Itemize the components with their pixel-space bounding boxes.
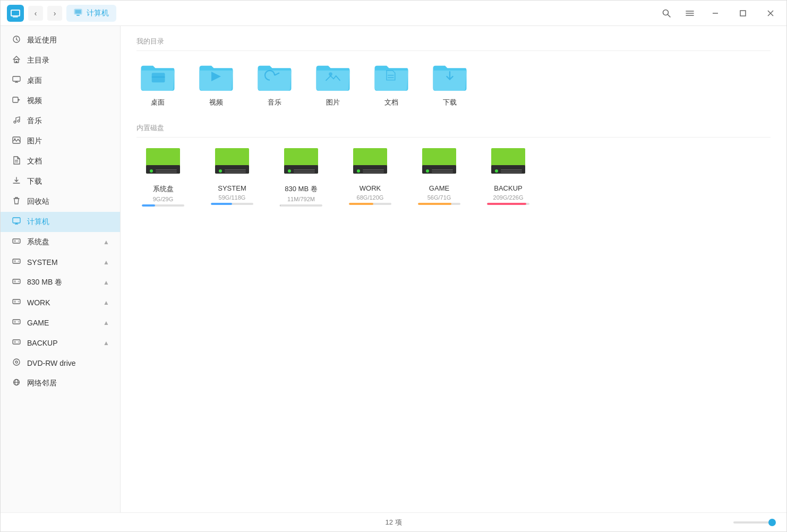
sidebar-label-trash: 回收站 xyxy=(27,197,109,207)
folder-item-desktop[interactable]: 桌面 xyxy=(136,59,179,107)
folder-item-pictures[interactable]: 图片 xyxy=(312,59,354,107)
disk-icon-830mb xyxy=(280,146,322,180)
sidebar-item-video[interactable]: 视频 xyxy=(1,91,120,111)
svg-rect-103 xyxy=(501,169,522,170)
disk-usage-work: 68G/120G xyxy=(357,194,384,201)
sidebar-item-830mb[interactable]: 830 MB 卷 ▲ xyxy=(1,272,120,293)
disk-item-system[interactable]: SYSTEM 59G/118G xyxy=(206,146,259,207)
disk-item-systemdisk[interactable]: 系统盘 9G/29G xyxy=(136,146,190,207)
sidebar-item-recent[interactable]: 最近使用 xyxy=(1,30,120,50)
nav-back-button[interactable]: ‹ xyxy=(28,6,43,21)
disk-icon xyxy=(11,318,22,328)
disk-icon xyxy=(11,257,22,268)
sidebar-label-dvdrw: DVD-RW drive xyxy=(27,359,109,367)
svg-rect-69 xyxy=(156,171,177,173)
sidebar-item-music[interactable]: 音乐 xyxy=(1,111,120,131)
sidebar-label-system: SYSTEM xyxy=(27,258,98,267)
sidebar-item-system[interactable]: SYSTEM ▲ xyxy=(1,252,120,272)
eject-btn-systemdisk[interactable]: ▲ xyxy=(103,238,109,246)
titlebar-right xyxy=(659,4,780,23)
sidebar-label-830mb: 830 MB 卷 xyxy=(27,278,98,287)
sidebar-item-home[interactable]: 主目录 xyxy=(1,50,120,71)
svg-point-51 xyxy=(13,359,20,365)
svg-point-74 xyxy=(219,169,222,173)
eject-btn-830mb[interactable]: ▲ xyxy=(103,279,109,286)
nav-forward-button[interactable]: › xyxy=(47,6,62,21)
sidebar-label-video: 视频 xyxy=(27,96,109,106)
video-icon xyxy=(11,96,22,106)
sidebar-item-trash[interactable]: 回收站 xyxy=(1,192,120,212)
svg-rect-49 xyxy=(14,341,16,343)
sidebar-item-network[interactable]: 网络邻居 xyxy=(1,373,120,393)
folder-label-video: 视频 xyxy=(209,98,223,107)
disk-item-work[interactable]: WORK 68G/120G xyxy=(344,146,397,207)
svg-rect-96 xyxy=(432,169,453,170)
eject-btn-system[interactable]: ▲ xyxy=(103,259,109,266)
folder-label-documents: 文档 xyxy=(384,98,398,107)
svg-rect-90 xyxy=(363,171,384,173)
documents-icon xyxy=(11,156,22,167)
svg-rect-68 xyxy=(156,169,177,170)
network-icon xyxy=(11,378,22,389)
folder-icon-pictures xyxy=(314,59,352,93)
disk-progress-fill-backup xyxy=(487,203,526,205)
svg-rect-100 xyxy=(491,148,525,165)
folder-icon-desktop xyxy=(139,59,177,93)
minimize-button[interactable] xyxy=(706,4,725,23)
sidebar-item-downloads[interactable]: 下载 xyxy=(1,171,120,192)
zoom-control xyxy=(733,521,776,524)
sidebar-label-computer: 计算机 xyxy=(27,217,109,227)
disk-label-system: SYSTEM xyxy=(218,184,246,192)
folder-label-desktop: 桌面 xyxy=(151,98,165,107)
folder-icon-downloads xyxy=(431,59,469,93)
zoom-slider[interactable] xyxy=(733,521,776,524)
folder-item-video[interactable]: 视频 xyxy=(195,59,237,107)
folder-item-documents[interactable]: 文档 xyxy=(370,59,413,107)
sidebar-item-backup[interactable]: BACKUP ▲ xyxy=(1,333,120,353)
folder-item-music[interactable]: 音乐 xyxy=(253,59,296,107)
disk-item-backup[interactable]: BACKUP 209G/226G xyxy=(482,146,535,207)
status-count: 12 项 xyxy=(385,518,401,527)
svg-point-81 xyxy=(288,169,291,173)
folder-item-downloads[interactable]: 下载 xyxy=(429,59,471,107)
svg-rect-30 xyxy=(13,218,20,223)
svg-rect-75 xyxy=(225,169,246,170)
disk-label-systemdisk: 系统盘 xyxy=(153,184,174,194)
svg-point-38 xyxy=(18,261,20,262)
svg-rect-56 xyxy=(152,73,165,82)
menu-button[interactable] xyxy=(682,6,697,21)
sidebar-item-documents[interactable]: 文档 xyxy=(1,151,120,171)
folder-icon-documents xyxy=(372,59,410,93)
sidebar-item-pictures[interactable]: 图片 xyxy=(1,131,120,151)
disk-icon xyxy=(11,237,22,247)
eject-btn-backup[interactable]: ▲ xyxy=(103,339,109,347)
eject-btn-work[interactable]: ▲ xyxy=(103,299,109,306)
computer-chip-icon xyxy=(74,8,82,19)
search-button[interactable] xyxy=(659,6,674,21)
disk-progress-fill-system xyxy=(211,203,232,205)
svg-point-95 xyxy=(426,169,429,173)
disc-icon xyxy=(11,358,22,368)
sidebar-label-backup: BACKUP xyxy=(27,339,98,347)
sidebar-item-desktop[interactable]: 桌面 xyxy=(1,71,120,91)
disk-item-830mb[interactable]: 830 MB 卷 11M/792M xyxy=(275,146,328,207)
location-chip[interactable]: 计算机 xyxy=(66,5,116,22)
statusbar: 12 项 xyxy=(1,512,786,531)
sidebar-item-game[interactable]: GAME ▲ xyxy=(1,313,120,333)
close-button[interactable] xyxy=(761,4,780,23)
sidebar-item-systemdisk[interactable]: 系统盘 ▲ xyxy=(1,232,120,252)
svg-point-25 xyxy=(18,120,20,122)
sidebar-item-computer[interactable]: 计算机 xyxy=(1,212,120,232)
svg-rect-2 xyxy=(12,11,19,15)
sidebar-item-dvdrw[interactable]: DVD-RW drive xyxy=(1,353,120,373)
svg-rect-82 xyxy=(294,169,315,170)
disk-item-game[interactable]: GAME 56G/71G xyxy=(413,146,466,207)
maximize-button[interactable] xyxy=(733,4,752,23)
trash-icon xyxy=(11,196,22,207)
sidebar-item-work[interactable]: WORK ▲ xyxy=(1,293,120,313)
eject-btn-game[interactable]: ▲ xyxy=(103,319,109,327)
zoom-thumb[interactable] xyxy=(768,519,776,526)
sidebar-label-pictures: 图片 xyxy=(27,136,109,146)
svg-point-50 xyxy=(18,341,20,343)
svg-point-41 xyxy=(18,281,20,282)
